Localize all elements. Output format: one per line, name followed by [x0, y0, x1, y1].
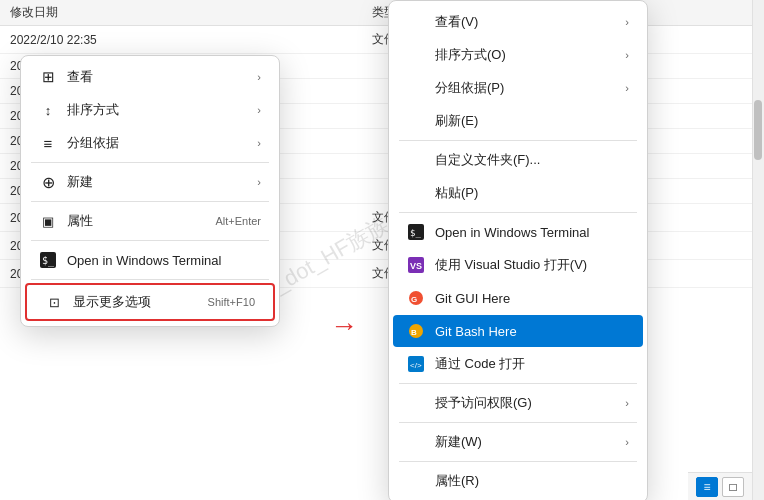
table-row[interactable]: 2022/2/10 22:35 文件夹 — [0, 26, 764, 54]
vs-icon: VS — [407, 256, 425, 274]
properties-shortcut: Alt+Enter — [215, 215, 261, 227]
menu-item-view-r[interactable]: 查看(V) › — [393, 6, 643, 38]
bottom-toolbar: ≡ □ — [688, 472, 752, 500]
menu-label-terminal: Open in Windows Terminal — [67, 253, 261, 268]
menu-label-props-r: 属性(R) — [435, 472, 629, 490]
group-r-arrow: › — [625, 82, 629, 94]
show-more-highlight-box: ⊡ 显示更多选项 Shift+F10 — [25, 283, 275, 321]
svg-text:B: B — [411, 328, 417, 337]
terminal-r-icon: $_ — [407, 223, 425, 241]
menu-item-terminal[interactable]: $_ Open in Windows Terminal — [25, 244, 275, 276]
group-icon: ≡ — [39, 134, 57, 152]
menu-item-terminal-r[interactable]: $_ Open in Windows Terminal — [393, 216, 643, 248]
menu-label-access: 授予访问权限(G) — [435, 394, 615, 412]
menu-label-refresh: 刷新(E) — [435, 112, 629, 130]
menu-label-new: 新建 — [67, 173, 247, 191]
git-gui-icon: G — [407, 289, 425, 307]
menu-label-more: 显示更多选项 — [73, 293, 198, 311]
scrollbar-thumb[interactable] — [754, 100, 762, 160]
properties-icon: ▣ — [39, 212, 57, 230]
vscode-icon: </> — [407, 355, 425, 373]
menu-item-paste[interactable]: 粘贴(P) — [393, 177, 643, 209]
r-separator-2 — [399, 212, 637, 213]
menu-label-code: 通过 Code 打开 — [435, 355, 629, 373]
menu-label-gitbash: Git Bash Here — [435, 324, 629, 339]
view-details-button[interactable]: □ — [722, 477, 744, 497]
menu-item-access[interactable]: 授予访问权限(G) › — [393, 387, 643, 419]
menu-label-group: 分组依据 — [67, 134, 247, 152]
r-separator-4 — [399, 422, 637, 423]
menu-item-refresh[interactable]: 刷新(E) — [393, 105, 643, 137]
customize-icon — [407, 151, 425, 169]
arrow-indicator: → — [330, 310, 358, 342]
separator-4 — [31, 279, 269, 280]
r-separator-5 — [399, 461, 637, 462]
git-bash-icon: B — [407, 322, 425, 340]
menu-label-customize: 自定义文件夹(F)... — [435, 151, 629, 169]
access-arrow: › — [625, 397, 629, 409]
menu-label-gitgui: Git GUI Here — [435, 291, 629, 306]
view-list-button[interactable]: ≡ — [696, 477, 718, 497]
menu-label-vs: 使用 Visual Studio 打开(V) — [435, 256, 629, 274]
menu-item-customize[interactable]: 自定义文件夹(F)... — [393, 144, 643, 176]
view-icon: ⊞ — [39, 68, 57, 86]
menu-label-view-r: 查看(V) — [435, 13, 615, 31]
svg-text:$_: $_ — [42, 255, 55, 267]
menu-label-view: 查看 — [67, 68, 247, 86]
svg-text:$_: $_ — [410, 228, 421, 238]
svg-text:</>: </> — [410, 361, 422, 370]
menu-item-props-r[interactable]: 属性(R) — [393, 465, 643, 497]
access-icon — [407, 394, 425, 412]
new-r-icon — [407, 433, 425, 451]
sort-arrow: › — [257, 104, 261, 116]
refresh-icon — [407, 112, 425, 130]
menu-label-group-r: 分组依据(P) — [435, 79, 615, 97]
scrollbar[interactable] — [752, 0, 764, 500]
svg-text:VS: VS — [410, 261, 422, 271]
menu-item-sort[interactable]: ↕ 排序方式 › — [25, 94, 275, 126]
left-context-menu: ⊞ 查看 › ↕ 排序方式 › ≡ 分组依据 › ⊕ 新建 › ▣ 属性 Alt… — [20, 55, 280, 327]
paste-icon — [407, 184, 425, 202]
more-shortcut: Shift+F10 — [208, 296, 255, 308]
menu-item-group[interactable]: ≡ 分组依据 › — [25, 127, 275, 159]
menu-item-properties[interactable]: ▣ 属性 Alt+Enter — [25, 205, 275, 237]
view-arrow: › — [257, 71, 261, 83]
menu-item-more[interactable]: ⊡ 显示更多选项 Shift+F10 — [31, 286, 269, 318]
view-r-icon — [407, 13, 425, 31]
menu-item-new[interactable]: ⊕ 新建 › — [25, 166, 275, 198]
sort-r-arrow: › — [625, 49, 629, 61]
menu-item-code[interactable]: </> 通过 Code 打开 — [393, 348, 643, 380]
new-icon: ⊕ — [39, 173, 57, 191]
r-separator-1 — [399, 140, 637, 141]
menu-item-view[interactable]: ⊞ 查看 › — [25, 61, 275, 93]
group-arrow: › — [257, 137, 261, 149]
sort-r-icon — [407, 46, 425, 64]
r-separator-3 — [399, 383, 637, 384]
menu-item-gitbash[interactable]: B Git Bash Here — [393, 315, 643, 347]
menu-item-new-r[interactable]: 新建(W) › — [393, 426, 643, 458]
menu-item-gitgui[interactable]: G Git GUI Here — [393, 282, 643, 314]
svg-text:G: G — [411, 295, 417, 304]
new-arrow: › — [257, 176, 261, 188]
menu-label-sort-r: 排序方式(O) — [435, 46, 615, 64]
separator-2 — [31, 201, 269, 202]
more-icon: ⊡ — [45, 293, 63, 311]
separator-3 — [31, 240, 269, 241]
menu-item-sort-r[interactable]: 排序方式(O) › — [393, 39, 643, 71]
group-r-icon — [407, 79, 425, 97]
menu-label-paste: 粘贴(P) — [435, 184, 629, 202]
menu-item-group-r[interactable]: 分组依据(P) › — [393, 72, 643, 104]
menu-label-sort: 排序方式 — [67, 101, 247, 119]
menu-item-vs[interactable]: VS 使用 Visual Studio 打开(V) — [393, 249, 643, 281]
menu-label-new-r: 新建(W) — [435, 433, 615, 451]
right-context-menu: 查看(V) › 排序方式(O) › 分组依据(P) › 刷新(E) 自定义文件夹… — [388, 0, 648, 500]
menu-label-properties: 属性 — [67, 212, 205, 230]
props-r-icon — [407, 472, 425, 490]
terminal-icon: $_ — [39, 251, 57, 269]
sort-icon: ↕ — [39, 101, 57, 119]
new-r-arrow: › — [625, 436, 629, 448]
view-r-arrow: › — [625, 16, 629, 28]
menu-label-terminal-r: Open in Windows Terminal — [435, 225, 629, 240]
separator-1 — [31, 162, 269, 163]
col-date[interactable]: 修改日期 — [0, 0, 362, 26]
